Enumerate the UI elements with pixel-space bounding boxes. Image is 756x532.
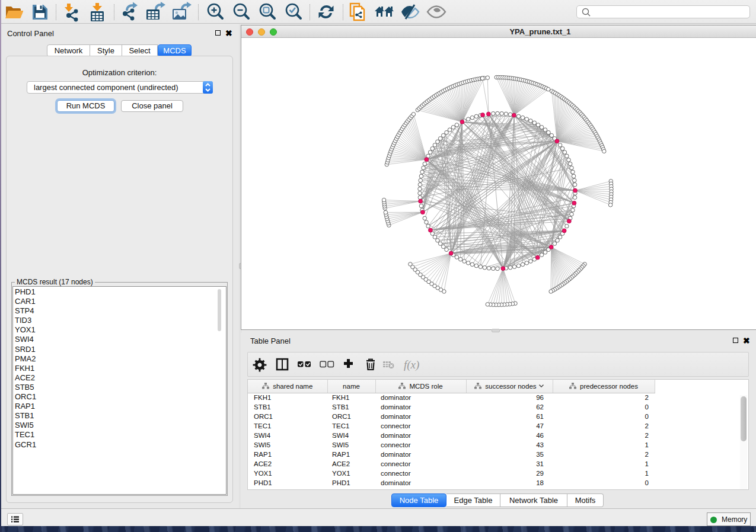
svg-text:f(x): f(x) <box>404 358 419 371</box>
